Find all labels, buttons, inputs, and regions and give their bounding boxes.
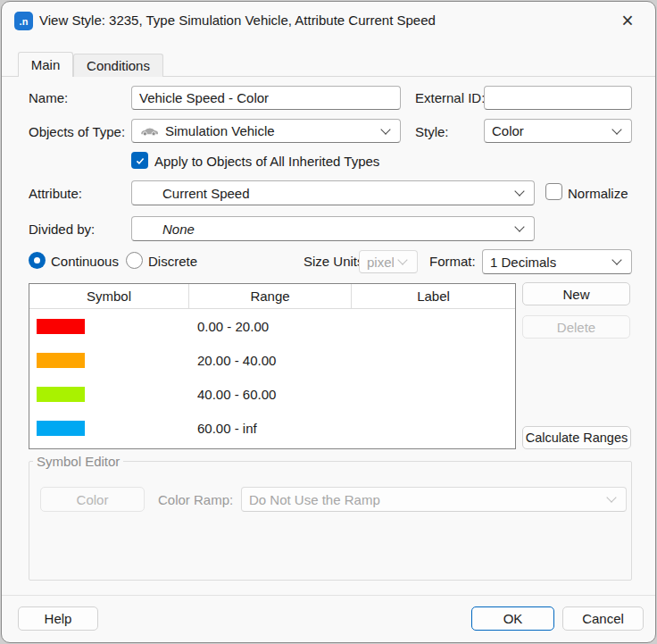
chevron-down-icon xyxy=(611,255,621,264)
header-label[interactable]: Label xyxy=(352,284,515,308)
discrete-label: Discrete xyxy=(148,254,197,269)
delete-button: Delete xyxy=(522,315,630,339)
range-cell: 60.00 - inf xyxy=(189,421,352,436)
symbol-editor-group: Symbol Editor xyxy=(29,454,632,581)
attribute-select[interactable]: Current Speed xyxy=(131,180,535,205)
continuous-label: Continuous xyxy=(51,254,119,269)
tab-main[interactable]: Main xyxy=(18,52,73,77)
format-select[interactable]: 1 Decimals xyxy=(482,249,632,274)
color-swatch xyxy=(37,319,85,334)
color-swatch xyxy=(37,421,85,436)
objects-of-type-select[interactable]: Simulation Vehicle xyxy=(131,119,401,143)
name-input[interactable] xyxy=(131,86,401,110)
cancel-button[interactable]: Cancel xyxy=(562,606,644,631)
check-icon xyxy=(135,155,146,166)
footer-divider xyxy=(2,595,655,596)
size-units-select: pixels xyxy=(359,250,418,273)
table-row[interactable]: 0.00 - 20.00 xyxy=(29,309,515,343)
color-ramp-label: Color Ramp: xyxy=(158,492,233,507)
range-cell: 40.00 - 60.00 xyxy=(189,387,352,402)
close-icon[interactable]: × xyxy=(614,7,641,34)
external-id-label: External ID: xyxy=(415,90,485,105)
window-title: View Style: 3235, Type Simulation Vehicl… xyxy=(39,13,436,28)
inherited-types-checkbox[interactable] xyxy=(131,152,148,169)
new-button[interactable]: New xyxy=(522,282,630,305)
divided-by-select[interactable]: None xyxy=(131,216,535,241)
attribute-value: Current Speed xyxy=(162,186,250,201)
inherited-types-label: Apply to Objects of All Inherited Types xyxy=(154,154,379,169)
objects-of-type-label: Objects of Type: xyxy=(29,124,125,139)
header-range[interactable]: Range xyxy=(189,284,352,308)
continuous-radio[interactable] xyxy=(29,252,46,269)
color-ramp-select: Do Not Use the Ramp xyxy=(241,487,627,512)
chevron-down-icon xyxy=(611,124,621,134)
tab-conditions[interactable]: Conditions xyxy=(73,54,163,77)
range-cell: 20.00 - 40.00 xyxy=(189,353,352,368)
header-symbol[interactable]: Symbol xyxy=(29,284,189,308)
app-logo-icon: .n xyxy=(14,12,33,30)
chevron-down-icon xyxy=(380,124,390,134)
objects-of-type-value: Simulation Vehicle xyxy=(165,123,275,138)
color-ramp-value: Do Not Use the Ramp xyxy=(249,492,380,507)
color-button: Color xyxy=(40,487,145,512)
name-label: Name: xyxy=(29,90,68,105)
discrete-radio[interactable] xyxy=(126,252,143,269)
range-cell: 0.00 - 20.00 xyxy=(189,319,352,334)
chevron-down-icon xyxy=(514,222,524,231)
color-swatch xyxy=(37,387,85,402)
size-units-value: pixels xyxy=(367,255,394,270)
range-table: Symbol Range Label 0.00 - 20.00 20.00 - … xyxy=(29,283,516,449)
title-bar: .n View Style: 3235, Type Simulation Veh… xyxy=(2,2,655,43)
calculate-ranges-button[interactable]: Calculate Ranges xyxy=(522,426,631,449)
table-row[interactable]: 60.00 - inf xyxy=(29,411,515,445)
format-label: Format: xyxy=(429,254,476,269)
chevron-down-icon xyxy=(397,255,407,264)
range-table-header: Symbol Range Label xyxy=(29,284,515,309)
symbol-editor-legend: Symbol Editor xyxy=(33,454,123,469)
normalize-checkbox[interactable] xyxy=(545,183,562,200)
format-value: 1 Decimals xyxy=(490,255,556,270)
external-id-input[interactable] xyxy=(484,86,632,110)
divided-by-value: None xyxy=(162,222,195,237)
table-row[interactable]: 20.00 - 40.00 xyxy=(29,343,515,377)
style-label: Style: xyxy=(415,124,449,139)
divided-by-label: Divided by: xyxy=(29,222,95,237)
table-row[interactable]: 40.00 - 60.00 xyxy=(29,377,515,411)
ok-button[interactable]: OK xyxy=(471,606,554,631)
view-style-dialog: .n View Style: 3235, Type Simulation Veh… xyxy=(1,1,656,643)
style-select[interactable]: Color xyxy=(484,119,632,143)
style-value: Color xyxy=(492,123,524,138)
size-units-label: Size Units: xyxy=(304,254,368,269)
attribute-label: Attribute: xyxy=(29,186,82,201)
help-button[interactable]: Help xyxy=(18,606,98,631)
chevron-down-icon xyxy=(606,492,616,502)
vehicle-icon xyxy=(139,126,159,137)
color-swatch xyxy=(37,353,85,368)
chevron-down-icon xyxy=(514,186,524,196)
normalize-label: Normalize xyxy=(568,186,628,201)
